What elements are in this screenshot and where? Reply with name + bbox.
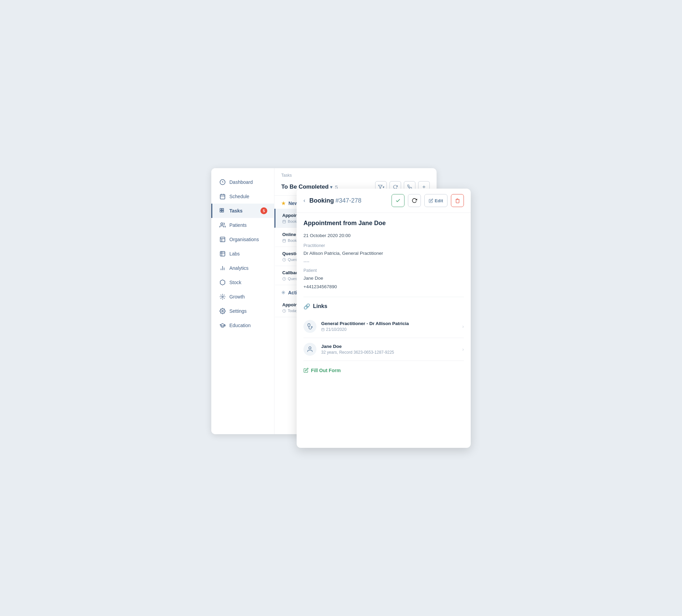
patients-icon (219, 222, 226, 229)
sidebar-label-settings: Settings (229, 308, 247, 314)
svg-rect-3 (220, 194, 225, 199)
svg-rect-23 (283, 220, 285, 223)
star-icon: ★ (281, 201, 286, 206)
sidebar-item-stock[interactable]: Stock (211, 275, 274, 290)
complete-button[interactable] (392, 194, 404, 207)
app-container: Dashboard Schedule Tasks 5 Patients (211, 168, 471, 448)
svg-rect-43 (322, 328, 324, 331)
sidebar-label-stock: Stock (229, 280, 241, 285)
education-icon (219, 322, 226, 329)
tasks-page-title: Tasks (281, 173, 430, 178)
svg-point-18 (222, 296, 224, 298)
patient-name: Jane Doe (303, 275, 464, 282)
tasks-badge: 5 (260, 207, 267, 214)
dashboard-icon (219, 179, 226, 186)
sidebar-item-labs[interactable]: Labs (211, 247, 274, 261)
link-title-patient: Jane Doe (321, 344, 457, 349)
stethoscope-icon (303, 320, 316, 333)
stock-icon (219, 279, 226, 286)
appointment-title: Appointment from Jane Doe (303, 220, 464, 227)
analytics-icon (219, 265, 226, 272)
sidebar-item-dashboard[interactable]: Dashboard (211, 175, 274, 189)
sidebar-label-schedule: Schedule (229, 194, 249, 199)
svg-marker-20 (378, 185, 382, 189)
settings-icon (219, 308, 226, 314)
link-sub-patient: 32 years, Record 3623-0653-1287-9225 (321, 350, 457, 355)
sidebar-label-dashboard: Dashboard (229, 179, 253, 185)
delete-button[interactable] (451, 194, 464, 207)
sidebar: Dashboard Schedule Tasks 5 Patients (211, 168, 274, 434)
organisations-icon (219, 236, 226, 243)
tasks-icon (219, 207, 226, 214)
svg-rect-12 (220, 237, 225, 242)
sidebar-item-patients[interactable]: Patients (211, 218, 274, 232)
sidebar-item-settings[interactable]: Settings (211, 304, 274, 318)
booking-title: Booking (309, 197, 334, 204)
edit-button[interactable]: Edit (424, 194, 447, 207)
sidebar-label-tasks: Tasks (229, 208, 243, 214)
schedule-icon (219, 193, 226, 200)
section-divider (303, 297, 464, 297)
sidebar-label-education: Education (229, 323, 251, 328)
link-item-gp[interactable]: General Practitioner - Dr Allison Patric… (303, 315, 464, 338)
svg-marker-10 (222, 210, 224, 212)
chevron-right-icon-gp: › (462, 324, 464, 329)
sidebar-label-organisations: Organisations (229, 237, 259, 242)
edit-label: Edit (435, 198, 443, 203)
practitioner-label: Practitioner (303, 243, 464, 249)
svg-marker-7 (220, 208, 222, 210)
fill-form-button[interactable]: Fill Out Form (303, 368, 464, 373)
svg-point-47 (309, 347, 311, 349)
link-title-gp: General Practitioner - Dr Allison Patric… (321, 321, 457, 326)
booking-id: #347-278 (336, 197, 361, 204)
svg-marker-8 (222, 208, 224, 210)
link-item-patient[interactable]: Jane Doe 32 years, Record 3623-0653-1287… (303, 338, 464, 361)
labs-icon (219, 250, 226, 257)
spin-icon: ✳ (281, 290, 285, 295)
booking-header: ‹ Booking #347-278 Edit (297, 189, 471, 213)
link-info-patient: Jane Doe 32 years, Record 3623-0653-1287… (321, 344, 457, 355)
booking-panel: ‹ Booking #347-278 Edit Appointment from… (297, 189, 471, 448)
sidebar-label-analytics: Analytics (229, 265, 248, 271)
svg-point-19 (222, 310, 224, 312)
header-refresh-button[interactable] (408, 194, 421, 207)
sidebar-label-growth: Growth (229, 294, 245, 299)
sidebar-item-schedule[interactable]: Schedule (211, 189, 274, 204)
sidebar-item-organisations[interactable]: Organisations (211, 232, 274, 247)
sidebar-item-growth[interactable]: Growth (211, 290, 274, 304)
fill-form-label: Fill Out Form (311, 368, 341, 373)
patient-phone: +441234567890 (303, 283, 464, 290)
separator: ---- (303, 259, 464, 264)
growth-icon (219, 293, 226, 300)
link-sub-gp: 21/10/2020 (321, 327, 457, 332)
practitioner-name: Dr Allison Patricia, General Practitione… (303, 250, 464, 257)
sidebar-item-education[interactable]: Education (211, 318, 274, 333)
patient-label: Patient (303, 267, 464, 274)
link-info-gp: General Practitioner - Dr Allison Patric… (321, 321, 457, 332)
link-icon: 🔗 (303, 303, 310, 310)
chevron-right-icon-patient: › (462, 347, 464, 352)
svg-point-11 (221, 223, 223, 225)
sidebar-label-patients: Patients (229, 222, 247, 228)
back-button[interactable]: ‹ (303, 197, 305, 204)
person-icon (303, 343, 316, 356)
svg-rect-28 (283, 239, 285, 242)
booking-body: Appointment from Jane Doe 21 October 202… (297, 213, 471, 380)
svg-marker-9 (220, 210, 222, 212)
booking-datetime: 21 October 2020 20:00 (303, 232, 464, 239)
links-title: 🔗 Links (303, 303, 464, 310)
sidebar-label-labs: Labs (229, 251, 240, 256)
sidebar-item-analytics[interactable]: Analytics (211, 261, 274, 275)
sidebar-item-tasks[interactable]: Tasks 5 (211, 204, 274, 218)
